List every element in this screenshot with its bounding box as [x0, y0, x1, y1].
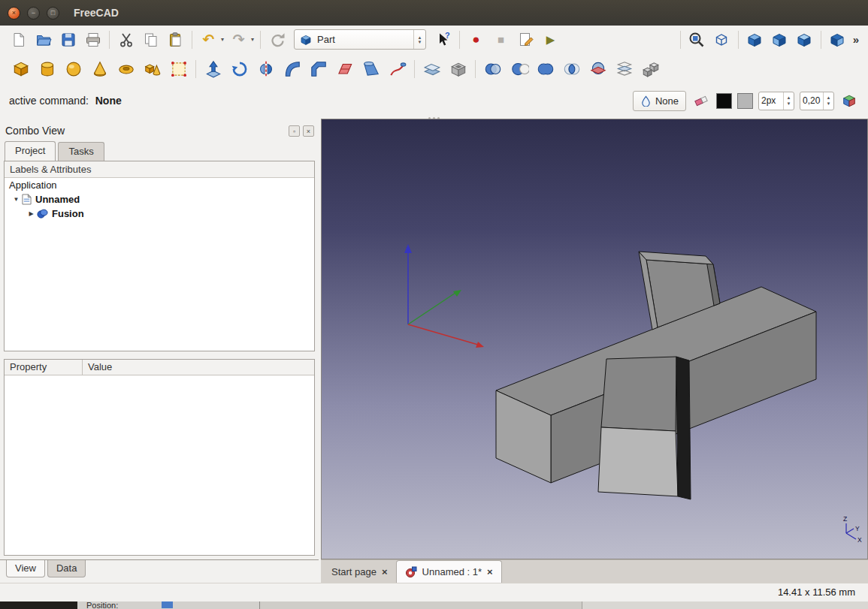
refresh-button[interactable] [265, 29, 289, 51]
expander-closed-icon[interactable]: ▶ [27, 210, 35, 217]
part-sphere-button[interactable] [60, 56, 86, 82]
expander-open-icon[interactable]: ▼ [12, 196, 20, 203]
point-size-spinbox[interactable]: 0,20 ▲ ▼ [800, 92, 834, 110]
model-tree-panel: Labels & Attributes Application ▼ Unname… [4, 161, 315, 351]
draw-style-button[interactable] [709, 29, 734, 51]
per-face-color-button[interactable] [839, 91, 859, 110]
open-button[interactable] [31, 29, 56, 51]
part-cone-button[interactable] [86, 56, 113, 82]
cylinder-icon [38, 59, 57, 79]
undo-button[interactable]: ↶ [196, 29, 221, 51]
part-ruled-surface-button[interactable] [331, 56, 358, 82]
open-folder-icon [35, 31, 53, 49]
background-window-strip[interactable]: Position: [0, 601, 868, 609]
part-union-button[interactable] [532, 56, 558, 82]
dock-close-button[interactable]: × [303, 125, 314, 137]
part-extrude-button[interactable] [200, 56, 226, 82]
whats-this-button[interactable]: ? [431, 29, 455, 51]
view-isometric-button[interactable] [742, 29, 767, 51]
tab-close-icon[interactable]: × [487, 566, 493, 577]
part-intersection-button[interactable] [558, 56, 585, 82]
window-minimize-icon: − [32, 10, 35, 17]
document-tab-bar: Start page × Unnamed : 1* × [321, 559, 868, 583]
part-cut-button[interactable] [506, 56, 532, 82]
dock-float-button[interactable]: ▫ [289, 125, 300, 137]
workbench-part-icon [299, 33, 313, 47]
new-document-button[interactable] [6, 29, 31, 51]
tab-project[interactable]: Project [5, 141, 56, 161]
line-color-swatch[interactable] [716, 93, 732, 109]
tab-tasks[interactable]: Tasks [58, 142, 104, 161]
chamfer-icon [309, 59, 328, 79]
part-shape-builder-button[interactable] [165, 56, 192, 82]
part-cylinder-button[interactable] [34, 56, 60, 82]
copy-button[interactable] [138, 29, 163, 51]
view-right-button[interactable] [825, 29, 850, 51]
workbench-selector-arrows[interactable]: ▲ ▼ [413, 30, 425, 49]
redo-button[interactable]: ↷ [226, 29, 251, 51]
fusion-solid[interactable] [496, 252, 816, 499]
tab-unnamed-document[interactable]: Unnamed : 1* × [396, 560, 502, 583]
eraser-button[interactable] [691, 91, 711, 110]
tree-item-document[interactable]: ▼ Unnamed [5, 192, 314, 207]
part-revolve-button[interactable] [226, 56, 253, 82]
svg-text:?: ? [445, 31, 450, 40]
macro-execute-icon: ▶ [546, 34, 555, 45]
draw-style-selector-button[interactable]: None [633, 91, 686, 111]
revolve-icon [230, 59, 250, 79]
workbench-selector[interactable]: Part ▲ ▼ [294, 29, 426, 50]
window-maximize-button[interactable]: □ [47, 7, 59, 20]
toolbar-overflow-button[interactable]: » [850, 33, 862, 46]
macro-edit-icon [517, 31, 535, 49]
cut-button[interactable] [113, 29, 138, 51]
tab-close-icon[interactable]: × [382, 566, 388, 577]
face-color-swatch[interactable] [737, 93, 753, 109]
line-width-arrows[interactable]: ▲ ▼ [783, 92, 794, 110]
line-width-spinbox[interactable]: 2px ▲ ▼ [758, 92, 794, 110]
part-chamfer-button[interactable] [305, 56, 331, 82]
column-property[interactable]: Property [5, 360, 83, 375]
part-fillet-button[interactable] [279, 56, 305, 82]
part-primitives-button[interactable] [139, 56, 165, 82]
part-torus-button[interactable] [113, 56, 139, 82]
macro-edit-button[interactable] [513, 29, 538, 51]
combo-view-tabs: Project Tasks [5, 142, 107, 161]
part-sweep-button[interactable] [384, 56, 410, 82]
point-size-arrows[interactable]: ▲ ▼ [823, 92, 833, 110]
undo-dropdown-arrow[interactable]: ▾ [219, 36, 226, 43]
tab-view[interactable]: View [6, 560, 45, 577]
tree-item-application[interactable]: Application [5, 178, 314, 192]
window-close-button[interactable]: × [8, 7, 20, 20]
part-cross-sections-button[interactable] [611, 56, 637, 82]
part-offset-button[interactable] [419, 56, 445, 82]
part-compound-button[interactable] [637, 56, 664, 82]
macro-record-button[interactable]: ● [464, 29, 488, 51]
column-value[interactable]: Value [83, 360, 314, 375]
part-mirror-button[interactable] [253, 56, 279, 82]
fit-all-icon [688, 31, 706, 49]
part-boolean-button[interactable] [479, 56, 506, 82]
toolbar-separator [738, 31, 739, 49]
print-button[interactable] [80, 29, 105, 51]
ruled-surface-icon [335, 59, 355, 79]
command-appearance-bar: active command: None None 2px ▲ ▼ 0,20 ▲… [0, 84, 868, 117]
combo-view-dock: Combo View ▫ × Project Tasks Labels & At… [0, 117, 319, 583]
macro-stop-button[interactable]: ■ [488, 29, 513, 51]
tree-item-fusion[interactable]: ▶ Fusion [5, 207, 314, 221]
window-minimize-button[interactable]: − [27, 7, 40, 20]
paste-button[interactable] [163, 29, 188, 51]
redo-dropdown-arrow[interactable]: ▾ [249, 36, 256, 43]
save-button[interactable] [56, 29, 80, 51]
tab-data[interactable]: Data [47, 560, 86, 577]
view-top-button[interactable] [792, 29, 817, 51]
part-box-button[interactable] [8, 56, 34, 82]
fit-all-button[interactable] [685, 29, 709, 51]
tab-start-page[interactable]: Start page × [323, 560, 396, 583]
view-right-icon [828, 31, 846, 49]
3d-viewport[interactable]: Z Y X [321, 119, 868, 559]
view-front-button[interactable] [767, 29, 792, 51]
macro-execute-button[interactable]: ▶ [538, 29, 563, 51]
part-section-button[interactable] [585, 56, 611, 82]
part-loft-button[interactable] [358, 56, 384, 82]
part-thickness-button[interactable] [445, 56, 471, 82]
